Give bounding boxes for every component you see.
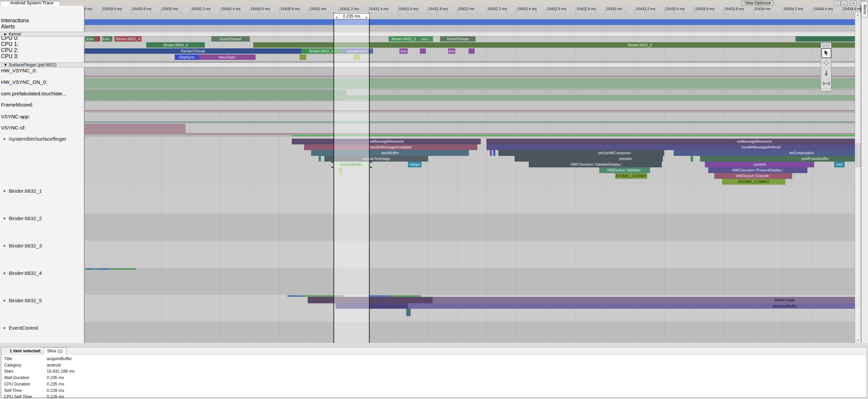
slice-label: handleMessageRefresh [710,144,812,150]
slice[interactable]: merge [408,162,421,167]
gridline [812,13,813,343]
slice[interactable]: ATOMIC_COMMIT [615,173,647,179]
selection-line-right[interactable] [369,13,370,343]
select-mode-button[interactable] [821,48,831,58]
thread-state-strip [97,268,109,270]
inspector-panel: 1 item selected: Slice (1) TitleacquireB… [0,343,868,399]
selection-line-left[interactable] [333,13,334,343]
thread-state-strip [287,295,302,297]
slice[interactable]: HWCSession::PresentDisplay:: [708,167,807,173]
slice[interactable]: kso [448,48,455,54]
track-background [85,124,860,134]
timing-mode-button[interactable] [822,79,831,89]
slice[interactable]: binder reply [433,297,860,303]
slice[interactable]: EventThread [211,36,250,42]
property-row: TitleacquireBuffer [1,356,272,362]
gridline [131,13,131,343]
scrollbar-thumb[interactable] [856,144,861,167]
thread-state-strip [95,36,100,42]
slice[interactable]: postFramebuffer [700,156,860,162]
thread-state-strip [300,54,306,60]
thread-state-strip [85,78,860,89]
thread-state-strip [85,76,860,77]
slice[interactable]: RenderThread [85,48,301,54]
slice[interactable]: HWDevice::Commit:: [714,173,792,179]
slice[interactable]: onMessageReceived [486,139,860,144]
cursor-arrow-icon [824,50,829,56]
selection-highlight [333,13,369,343]
slice[interactable]: ATOMIC_COMMIT [722,179,785,185]
thread-state-strip [796,36,856,42]
pan-mode-button[interactable] [822,58,831,68]
thread-state-strip [85,124,186,134]
selection-handle-icon[interactable]: ◄ [330,166,333,169]
right-gutter [861,6,868,343]
gridline [842,13,842,343]
property-row: CPU Duration0.235 ms [1,382,272,388]
thread-state-strip [346,95,860,100]
property-row: Start15,431.169 ms [1,369,272,375]
slice[interactable]: doComposition [674,150,860,156]
gridline [664,13,665,343]
slice[interactable]: DispSync [175,54,199,60]
property-row: Wall Duration0.235 ms [1,375,272,381]
alerts-side-tab[interactable]: Alerts [861,1,868,18]
selection-handle-icon[interactable]: ► [370,161,373,164]
slice[interactable]: setUpHWComposer [498,150,664,156]
thread-state-strip [308,297,433,303]
slice[interactable]: Binder:6832_4 [114,36,142,42]
toolbar-grip-handle[interactable] [822,44,830,47]
property-value: 0.226 ms [47,388,64,393]
tab-slice[interactable]: Slice (1) [43,347,66,355]
slice-label: commit [709,162,810,167]
scroll-up-icon[interactable]: ▲ [855,14,861,17]
slice[interactable]: Binder:6832_5 [389,36,419,42]
slice[interactable]: handleMessageRefresh [486,144,859,150]
selection-handle-icon[interactable]: ◄ [330,161,333,164]
slice[interactable]: onMessageReceived [292,139,481,144]
property-label: CPU Duration [4,382,30,386]
slice[interactable]: dequeueBuffer [408,303,860,309]
track-canvas[interactable]: ► Kernel▼ SurfaceFlinger (pid 6832)EveEv… [0,0,868,343]
thread-state-strip [186,133,860,134]
thread-state-strip [85,90,346,100]
gridline [190,13,191,343]
zoom-mode-button[interactable] [822,69,831,78]
track-background [85,268,860,295]
slice[interactable]: EventThread [440,36,476,42]
property-label: Category [4,363,21,368]
process-header-label: ► Kernel [3,32,21,36]
vertical-scrollbar[interactable]: ▲ ▼ [855,13,861,343]
slice[interactable]: commit [705,162,814,167]
marker-left-arrow-icon: ◄ [335,15,338,20]
slice[interactable]: kso [399,48,408,54]
slice[interactable]: Binder:9564_3 [146,42,205,48]
slice[interactable]: hwuiTask1 [199,54,256,60]
slice[interactable]: mer [834,162,845,167]
inspector-inner: 1 item selected: Slice (1) TitleacquireB… [1,347,867,398]
gridline [427,13,428,343]
slice-label: prepare [575,156,663,162]
thread-state-strip [691,156,693,162]
thread-state-strip [93,268,97,270]
thread-state-strip [84,268,87,270]
property-label: Wall Duration [4,375,29,380]
slice[interactable]: Eve [85,36,95,42]
slice[interactable]: prepare [515,156,663,162]
property-label: Start [4,369,13,374]
slice[interactable]: Eve... [102,36,112,42]
gridline [161,13,161,343]
thread-state-strip [109,268,136,270]
process-header[interactable]: ▼ SurfaceFlinger (pid 6832) [0,63,861,67]
slice[interactable]: HWDevice::Validate:: [599,167,650,173]
thread-state-strip [493,150,495,156]
selection-handle-icon[interactable]: ► [370,166,373,169]
property-value: acquireBuffer [47,356,72,361]
process-header[interactable]: ► Kernel [0,32,861,37]
thread-state-strip [406,309,411,316]
slice[interactable]: rcu... [419,36,433,42]
slice[interactable]: handleMessageInvalidate [304,144,477,150]
slice[interactable]: HWCSession::ValidateDisplay:: [529,162,662,167]
scroll-down-icon[interactable]: ▼ [855,339,861,342]
thread-state-strip [85,110,860,111]
